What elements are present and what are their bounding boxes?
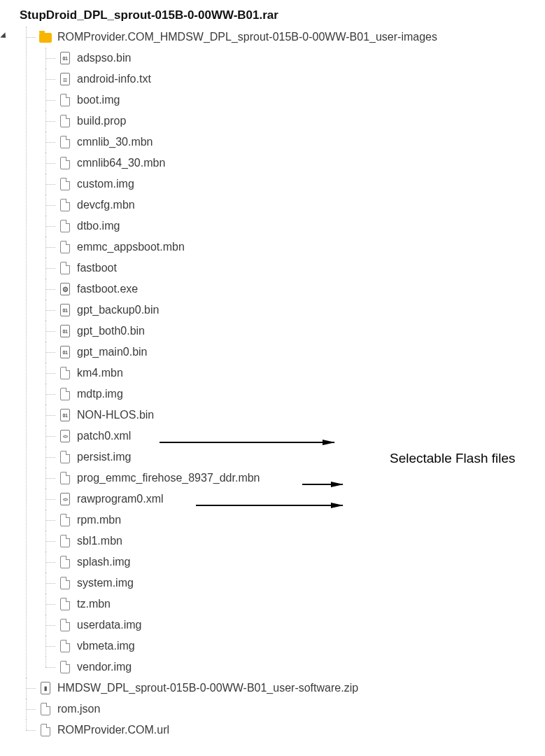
tree-node-folder[interactable]: ROMProvider.COM_HMDSW_DPL_sprout-015B-0-… <box>20 27 537 678</box>
file-file-icon <box>59 472 71 484</box>
tree-node-file[interactable]: boot.img <box>39 90 537 111</box>
txt-file-icon <box>59 73 71 85</box>
tree-node-file[interactable]: sbl1.mbn <box>39 531 537 552</box>
tree-node-file[interactable]: dtbo.img <box>39 216 537 237</box>
tree-node-file[interactable]: rom.json <box>20 699 537 720</box>
file-label: custom.img <box>77 178 134 190</box>
file-label: mdtp.img <box>77 388 123 400</box>
file-label: gpt_both0.bin <box>77 325 145 337</box>
file-file-icon <box>59 598 71 610</box>
tree-node-file[interactable]: tz.mbn <box>39 594 537 615</box>
file-file-icon <box>59 220 71 232</box>
tree-node-file[interactable]: mdtp.img <box>39 384 537 405</box>
file-file-icon <box>59 136 71 148</box>
file-file-icon <box>59 157 71 169</box>
folder-label: ROMProvider.COM_HMDSW_DPL_sprout-015B-0-… <box>57 31 437 43</box>
file-label: dtbo.img <box>77 220 120 232</box>
file-label: prog_emmc_firehose_8937_ddr.mbn <box>77 472 260 484</box>
file-file-icon <box>59 661 71 673</box>
tree-node-file[interactable]: vbmeta.img <box>39 636 537 657</box>
arrow-annotation <box>302 484 343 485</box>
file-file-icon <box>59 535 71 547</box>
tree-node-file[interactable]: system.img <box>39 573 537 594</box>
file-label: persist.img <box>77 451 131 463</box>
file-file-icon <box>59 388 71 400</box>
file-file-icon <box>59 640 71 652</box>
tree-node-file[interactable]: NON-HLOS.bin <box>39 405 537 426</box>
file-label: tz.mbn <box>77 598 111 610</box>
file-label: NON-HLOS.bin <box>77 409 154 421</box>
file-file-icon <box>59 199 71 211</box>
tree-node-file[interactable]: gpt_both0.bin <box>39 321 537 342</box>
arrow-annotation <box>196 505 343 506</box>
tree-node-file[interactable]: cmnlib64_30.mbn <box>39 153 537 174</box>
file-file-icon <box>59 241 71 253</box>
file-label: splash.img <box>77 556 130 568</box>
tree-node-file[interactable]: HMDSW_DPL_sprout-015B-0-00WW-B01_user-so… <box>20 678 537 699</box>
tree-node-file[interactable]: adspso.bin <box>39 48 537 69</box>
bin-file-icon <box>59 52 71 64</box>
tree-node-file[interactable]: ROMProvider.COM.url <box>20 720 537 741</box>
bin-file-icon <box>59 325 71 337</box>
archive-root-label: StupDroid_DPL_sprout-015B-0-00WW-B01.rar <box>20 8 537 22</box>
tree-node-file[interactable]: gpt_backup0.bin <box>39 300 537 321</box>
file-label: fastboot <box>77 262 117 274</box>
tree-node-file[interactable]: build.prop <box>39 111 537 132</box>
file-label: build.prop <box>77 115 126 127</box>
tree-node-file[interactable]: rpm.mbn <box>39 510 537 531</box>
file-label: cmnlib_30.mbn <box>77 136 153 148</box>
file-label: devcfg.mbn <box>77 199 135 211</box>
tree-node-file[interactable]: splash.img <box>39 552 537 573</box>
arrow-annotation <box>160 442 334 443</box>
file-label: boot.img <box>77 94 120 106</box>
file-file-icon <box>59 619 71 631</box>
file-label: fastboot.exe <box>77 283 138 295</box>
tree-node-file[interactable]: fastboot.exe <box>39 279 537 300</box>
tree-node-file[interactable]: patch0.xml <box>39 426 537 447</box>
file-file-icon <box>59 178 71 190</box>
file-label: adspso.bin <box>77 52 131 64</box>
file-label: rpm.mbn <box>77 514 121 526</box>
tree-node-file[interactable]: vendor.img <box>39 657 537 678</box>
tree-node-file[interactable]: fastboot <box>39 258 537 279</box>
file-file-icon <box>59 556 71 568</box>
file-file-icon <box>59 514 71 526</box>
file-file-icon <box>59 262 71 274</box>
tree-node-file[interactable]: rawprogram0.xml <box>39 489 537 510</box>
file-file-icon <box>59 577 71 589</box>
tree-node-file[interactable]: custom.img <box>39 174 537 195</box>
annotation-label: Selectable Flash files <box>390 451 516 466</box>
file-file-icon <box>59 115 71 127</box>
file-label: android-info.txt <box>77 73 151 85</box>
file-file-icon <box>59 94 71 106</box>
tree-node-file[interactable]: gpt_main0.bin <box>39 342 537 363</box>
file-file-icon <box>39 703 52 715</box>
file-label: rom.json <box>57 703 100 715</box>
file-label: rawprogram0.xml <box>77 493 164 505</box>
tree-node-file[interactable]: android-info.txt <box>39 69 537 90</box>
tree-node-file[interactable]: devcfg.mbn <box>39 195 537 216</box>
file-label: sbl1.mbn <box>77 535 122 547</box>
file-label: system.img <box>77 577 134 589</box>
file-tree: ROMProvider.COM_HMDSW_DPL_sprout-015B-0-… <box>20 27 537 741</box>
file-label: emmc_appsboot.mbn <box>77 241 185 253</box>
file-label: gpt_backup0.bin <box>77 304 159 316</box>
folder-icon <box>39 31 52 43</box>
tree-node-file[interactable]: emmc_appsboot.mbn <box>39 237 537 258</box>
zip-file-icon <box>39 682 52 694</box>
file-label: vendor.img <box>77 661 132 673</box>
tree-node-file[interactable]: km4.mbn <box>39 363 537 384</box>
file-label: gpt_main0.bin <box>77 346 148 358</box>
file-label: patch0.xml <box>77 430 131 442</box>
xml-file-icon <box>59 430 71 442</box>
file-file-icon <box>59 367 71 379</box>
expand-toggle-icon[interactable] <box>0 32 8 40</box>
tree-node-file[interactable]: prog_emmc_firehose_8937_ddr.mbn <box>39 468 537 489</box>
tree-node-file[interactable]: userdata.img <box>39 615 537 636</box>
file-label: userdata.img <box>77 619 142 631</box>
file-label: ROMProvider.COM.url <box>57 724 169 736</box>
file-label: HMDSW_DPL_sprout-015B-0-00WW-B01_user-so… <box>57 682 358 694</box>
file-label: cmnlib64_30.mbn <box>77 157 165 169</box>
tree-node-file[interactable]: cmnlib_30.mbn <box>39 132 537 153</box>
file-file-icon <box>59 451 71 463</box>
